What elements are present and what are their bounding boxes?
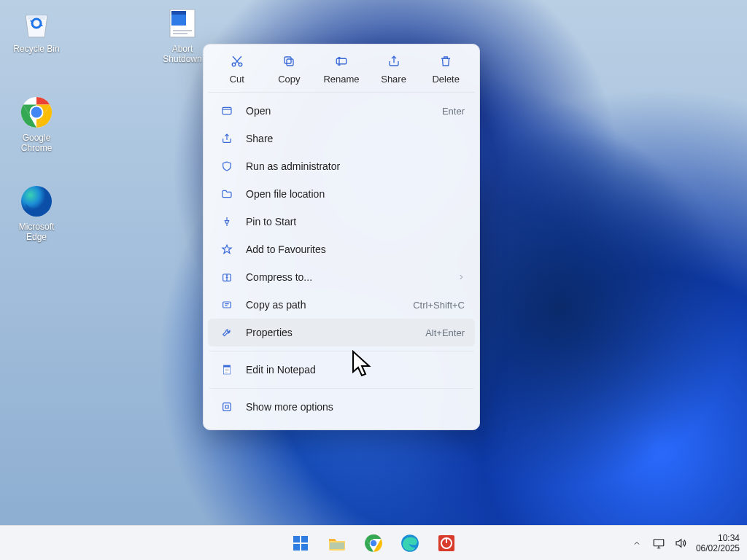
svg-rect-22	[293, 544, 300, 551]
svg-point-10	[239, 63, 242, 66]
notepad-icon	[218, 364, 236, 376]
menu-action-share[interactable]: Share	[371, 53, 417, 85]
chevron-right-icon	[457, 273, 465, 281]
tray-chevron-icon[interactable]	[630, 537, 643, 550]
menu-action-copy[interactable]: Copy	[266, 53, 312, 85]
menu-item-open-location[interactable]: Open file location	[208, 180, 475, 208]
power-icon	[437, 534, 456, 553]
menu-separator	[209, 351, 473, 351]
desktop-icon-label: Microsoft Edge	[7, 222, 66, 242]
svg-point-7	[31, 107, 42, 118]
menu-item-compress[interactable]: Compress to...	[208, 263, 475, 291]
context-menu-top-actions: Cut Copy Rename Share Delete	[208, 49, 475, 93]
menu-item-more-options[interactable]: Show more options	[208, 393, 475, 421]
menu-action-delete[interactable]: Delete	[422, 53, 469, 85]
copy-path-icon	[218, 299, 236, 311]
menu-action-label: Share	[371, 74, 417, 85]
menu-item-label: Run as administrator	[246, 160, 465, 172]
svg-rect-12	[285, 57, 291, 63]
svg-rect-18	[223, 365, 230, 368]
menu-item-label: Open	[246, 105, 442, 117]
menu-item-label: Compress to...	[246, 271, 457, 283]
edge-icon	[19, 184, 54, 219]
menu-item-shortcut: Alt+Enter	[425, 327, 465, 338]
context-menu-list: Open Enter Share Run as administrator Op…	[208, 93, 475, 425]
menu-item-label: Show more options	[246, 401, 465, 413]
start-button[interactable]	[285, 528, 316, 559]
taskbar-time: 10:34	[696, 533, 740, 543]
star-icon	[218, 244, 236, 255]
menu-item-shortcut: Ctrl+Shift+C	[413, 300, 465, 311]
open-icon	[218, 105, 236, 117]
menu-item-label: Add to Favourites	[246, 244, 465, 255]
menu-action-cut[interactable]: Cut	[214, 53, 260, 85]
menu-item-share[interactable]: Share	[208, 125, 475, 152]
menu-action-rename[interactable]: Rename	[318, 53, 365, 85]
menu-item-label: Edit in Notepad	[246, 364, 465, 376]
menu-separator	[209, 388, 473, 389]
svg-rect-16	[223, 302, 231, 308]
copy-icon	[266, 53, 312, 69]
svg-rect-3	[173, 30, 192, 31]
svg-point-27	[371, 540, 376, 545]
taskbar-app[interactable]	[431, 528, 462, 559]
taskbar-date: 06/02/2025	[696, 543, 740, 553]
wrench-icon	[218, 327, 236, 338]
svg-rect-23	[301, 544, 308, 551]
menu-action-label: Copy	[266, 74, 312, 85]
taskbar: 10:34 06/02/2025	[0, 525, 747, 560]
menu-item-run-admin[interactable]: Run as administrator	[208, 152, 475, 180]
context-menu: Cut Copy Rename Share Delete Open Enter …	[203, 44, 480, 430]
rename-icon	[318, 53, 365, 69]
folder-icon	[218, 188, 236, 200]
taskbar-file-explorer[interactable]	[322, 528, 352, 559]
menu-item-pin-start[interactable]: Pin to Start	[208, 208, 475, 236]
taskbar-center	[285, 528, 462, 559]
menu-item-copy-path[interactable]: Copy as path Ctrl+Shift+C	[208, 291, 475, 319]
svg-rect-20	[293, 536, 300, 542]
archive-icon	[218, 271, 236, 283]
chrome-icon	[364, 534, 383, 553]
share-icon	[371, 53, 417, 69]
menu-item-label: Properties	[246, 327, 425, 338]
recycle-bin-icon	[19, 6, 54, 41]
menu-item-favourites[interactable]: Add to Favourites	[208, 236, 475, 263]
desktop-icon-recycle-bin[interactable]: Recycle Bin	[7, 6, 66, 54]
tray-volume-icon[interactable]	[674, 537, 687, 550]
svg-rect-31	[654, 539, 664, 545]
menu-item-open[interactable]: Open Enter	[208, 97, 475, 125]
taskbar-clock[interactable]: 10:34 06/02/2025	[696, 533, 740, 553]
system-tray: 10:34 06/02/2025	[630, 533, 740, 553]
desktop-icon-label: Recycle Bin	[7, 44, 66, 54]
menu-item-label: Copy as path	[246, 299, 413, 311]
windows-icon	[292, 534, 309, 552]
menu-item-shortcut: Enter	[442, 106, 465, 117]
desktop-icon-label: Google Chrome	[7, 133, 66, 153]
svg-rect-11	[287, 59, 293, 66]
desktop-icon-google-chrome[interactable]: Google Chrome	[7, 95, 66, 153]
menu-item-label: Pin to Start	[246, 216, 465, 228]
edge-icon	[400, 534, 419, 553]
menu-item-label: Share	[246, 133, 465, 144]
svg-rect-2	[171, 11, 186, 15]
menu-item-notepad[interactable]: Edit in Notepad	[208, 356, 475, 384]
shield-icon	[218, 160, 236, 172]
svg-rect-14	[222, 107, 231, 114]
menu-action-label: Rename	[318, 74, 365, 85]
more-options-icon	[218, 401, 236, 413]
svg-rect-24	[330, 542, 344, 549]
pin-icon	[218, 216, 236, 228]
desktop-icon-microsoft-edge[interactable]: Microsoft Edge	[7, 184, 66, 242]
taskbar-chrome[interactable]	[358, 528, 389, 559]
svg-rect-21	[301, 536, 308, 542]
batch-file-icon	[165, 6, 200, 41]
tray-display-icon[interactable]	[652, 537, 665, 550]
menu-action-label: Cut	[214, 74, 260, 85]
svg-rect-4	[173, 33, 187, 34]
menu-item-properties[interactable]: Properties Alt+Enter	[208, 319, 475, 346]
taskbar-edge[interactable]	[395, 528, 425, 559]
menu-action-label: Delete	[422, 74, 469, 85]
share-icon	[218, 133, 236, 144]
svg-rect-13	[336, 58, 347, 64]
file-explorer-icon	[328, 534, 347, 553]
